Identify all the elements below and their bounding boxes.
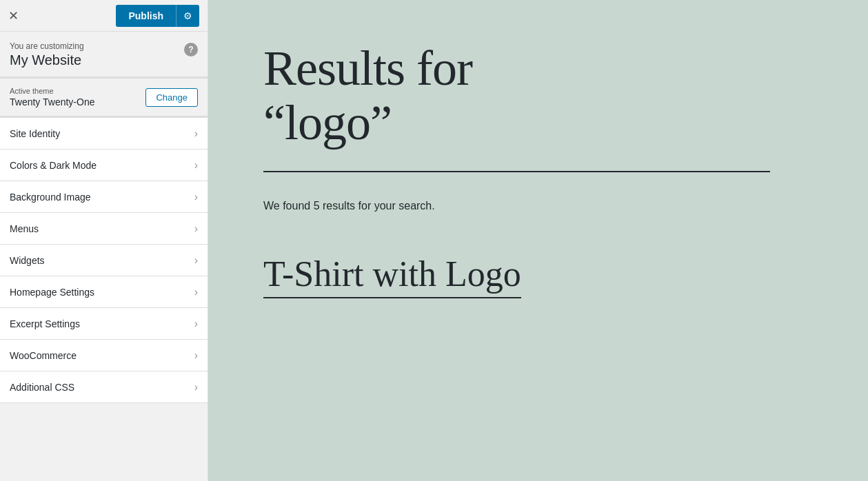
results-count: We found 5 results for your search.	[263, 200, 827, 212]
left-panel: ✕ Publish ⚙ You are customizing My Websi…	[0, 0, 208, 481]
publish-gear-button[interactable]: ⚙	[176, 5, 199, 27]
site-info: You are customizing My Website ?	[0, 32, 208, 79]
nav-item-homepage-settings[interactable]: Homepage Settings›	[0, 276, 208, 308]
nav-item-excerpt-settings[interactable]: Excerpt Settings›	[0, 308, 208, 340]
theme-info: Active theme Twenty Twenty-One	[10, 87, 94, 108]
nav-item-label: Homepage Settings	[10, 287, 94, 298]
publish-button[interactable]: Publish	[116, 5, 176, 27]
nav-item-label: WooCommerce	[10, 350, 77, 361]
nav-item-label: Menus	[10, 223, 39, 234]
chevron-right-icon: ›	[194, 159, 198, 172]
site-info-text: You are customizing My Website	[10, 41, 84, 68]
chevron-right-icon: ›	[194, 127, 198, 140]
nav-item-label: Excerpt Settings	[10, 318, 80, 329]
change-theme-button[interactable]: Change	[145, 88, 198, 107]
nav-list: Site Identity›Colors & Dark Mode›Backgro…	[0, 118, 208, 481]
nav-item-background-image[interactable]: Background Image›	[0, 181, 208, 213]
help-button[interactable]: ?	[184, 43, 198, 57]
nav-item-label: Background Image	[10, 192, 91, 203]
close-button[interactable]: ✕	[8, 10, 19, 22]
results-heading-line1: Results for	[263, 41, 472, 96]
chevron-right-icon: ›	[194, 381, 198, 393]
chevron-right-icon: ›	[194, 191, 198, 203]
results-divider	[263, 171, 770, 172]
active-theme-label: Active theme	[10, 87, 94, 95]
theme-row: Active theme Twenty Twenty-One Change	[0, 79, 208, 118]
results-heading-line2: “logo”	[263, 95, 392, 150]
nav-item-menus[interactable]: Menus›	[0, 213, 208, 245]
theme-name: Twenty Twenty-One	[10, 96, 94, 108]
results-heading: Results for “logo”	[263, 41, 827, 150]
chevron-right-icon: ›	[194, 349, 198, 362]
nav-item-widgets[interactable]: Widgets›	[0, 245, 208, 276]
chevron-right-icon: ›	[194, 254, 198, 267]
chevron-right-icon: ›	[194, 318, 198, 330]
nav-item-colors--dark-mode[interactable]: Colors & Dark Mode›	[0, 150, 208, 181]
nav-item-woocommerce[interactable]: WooCommerce›	[0, 340, 208, 371]
site-name: My Website	[10, 52, 84, 68]
nav-item-label: Additional CSS	[10, 382, 74, 393]
product-heading: T-Shirt with Logo	[263, 254, 521, 298]
nav-item-site-identity[interactable]: Site Identity›	[0, 118, 208, 150]
nav-item-label: Colors & Dark Mode	[10, 160, 97, 171]
nav-item-label: Site Identity	[10, 128, 60, 139]
top-bar: ✕ Publish ⚙	[0, 0, 208, 32]
chevron-right-icon: ›	[194, 223, 198, 235]
nav-item-additional-css[interactable]: Additional CSS›	[0, 371, 208, 403]
publish-area: Publish ⚙	[116, 5, 199, 27]
customizing-label: You are customizing	[10, 41, 84, 51]
right-panel: Results for “logo” We found 5 results fo…	[208, 0, 868, 481]
gear-icon: ⚙	[183, 10, 192, 21]
nav-item-label: Widgets	[10, 255, 45, 266]
chevron-right-icon: ›	[194, 286, 198, 298]
